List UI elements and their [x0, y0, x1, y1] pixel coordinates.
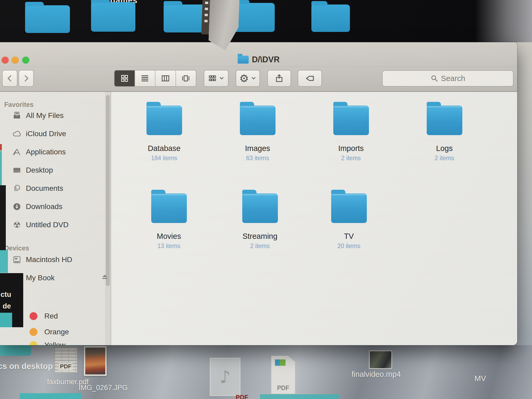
chevron-left-icon — [6, 74, 14, 82]
arrange-button[interactable] — [204, 70, 229, 87]
sidebar-item-applications[interactable]: Applications — [12, 146, 66, 158]
audio-file-icon[interactable]: ♪ — [210, 358, 240, 396]
image-file-thumbnail[interactable] — [84, 346, 107, 376]
folder-icon — [242, 193, 278, 223]
all-my-files-icon — [12, 111, 22, 120]
list-view-button[interactable] — [135, 70, 156, 86]
desktop-bottom: cs on desktop PDF faxburner.pdf IMG_0267… — [0, 345, 532, 399]
action-menu-button[interactable]: ⚙ — [236, 70, 260, 87]
zoom-button[interactable] — [22, 56, 29, 64]
hard-drive-icon — [12, 255, 22, 264]
pdf-file-icon[interactable]: PDF — [54, 347, 77, 373]
desktop-sliver — [0, 185, 6, 250]
file-label-finalvideo: finalvideo.mp4 — [352, 370, 401, 379]
pdf-logo-mark — [275, 359, 286, 366]
back-button[interactable] — [2, 70, 17, 87]
sidebar-item-untitled-dvd[interactable]: ☢ Untitled DVD — [12, 219, 69, 231]
desktop-folder-partial[interactable] — [20, 393, 82, 399]
sidebar-item-desktop[interactable]: Desktop — [12, 164, 53, 176]
forward-button[interactable] — [18, 70, 34, 87]
file-label-img-0267: IMG_0267.JPG — [79, 384, 128, 392]
desktop-folder-icon[interactable] — [311, 4, 350, 32]
icon-view-icon — [120, 74, 129, 83]
desktop-folder-partial[interactable] — [260, 394, 339, 399]
view-mode-segmented-control — [114, 70, 196, 87]
clip-bar — [208, 0, 240, 53]
sidebar-item-tag-red[interactable]: Red — [30, 311, 58, 321]
foreground-clip-object — [197, 0, 240, 55]
eject-button[interactable] — [101, 273, 109, 280]
desktop-sliver — [0, 250, 8, 273]
folder-proxy-icon[interactable] — [238, 56, 249, 64]
desktop-sliver: ctu de — [0, 273, 23, 327]
desktop-wallpaper-strip — [515, 42, 532, 345]
folder-icon — [427, 106, 462, 135]
red-tag-dot — [30, 312, 37, 320]
folder-item-movies[interactable]: Movies 13 items — [132, 189, 206, 250]
sidebar-item-downloads[interactable]: Downloads — [12, 201, 63, 212]
folder-item-database[interactable]: Database 184 items — [127, 101, 201, 162]
burn-disc-icon: ☢ — [12, 220, 22, 230]
share-button[interactable] — [267, 70, 291, 87]
icloud-icon — [12, 129, 22, 139]
cut-off-desktop-label: ctu — [1, 291, 11, 299]
desktop-folder-partial[interactable] — [0, 345, 31, 356]
sidebar-section-favorites: Favorites — [4, 101, 34, 108]
cut-off-desktop-label: cs on desktop — [0, 362, 53, 371]
tag-button[interactable] — [298, 70, 322, 87]
desktop-sliver — [0, 313, 12, 327]
arrange-grid-icon — [208, 74, 217, 83]
coverflow-view-button[interactable] — [176, 70, 196, 86]
tag-icon — [305, 73, 315, 83]
search-placeholder: Search — [441, 74, 465, 83]
folder-item-tv[interactable]: TV 20 items — [312, 189, 386, 250]
column-view-icon — [161, 74, 170, 83]
folder-item-logs[interactable]: Logs 2 items — [407, 101, 481, 162]
music-note-icon: ♪ — [220, 367, 231, 387]
sidebar-scrollbar-thumb[interactable] — [106, 95, 110, 286]
desktop-sliver — [0, 151, 2, 185]
video-file-thumbnail[interactable] — [369, 350, 392, 369]
orange-tag-dot — [30, 328, 37, 336]
cut-off-pdf-label: PDF — [236, 394, 248, 399]
documents-icon — [12, 184, 22, 193]
window-title: D/\DVR — [238, 55, 279, 64]
icon-view-button[interactable] — [115, 70, 135, 86]
column-view-button[interactable] — [155, 70, 176, 86]
gear-icon: ⚙ — [239, 73, 249, 84]
sidebar-item-macintosh-hd[interactable]: Macintosh HD — [12, 254, 72, 265]
sidebar-item-documents[interactable]: Documents — [12, 183, 63, 194]
folder-item-streaming[interactable]: Streaming 2 items — [223, 189, 297, 250]
folder-icon — [151, 193, 187, 223]
minimize-button[interactable] — [12, 56, 19, 64]
folder-icon — [333, 106, 369, 135]
close-button[interactable] — [2, 56, 9, 64]
sidebar-divider — [111, 92, 111, 345]
desktop-folder-icon[interactable] — [91, 2, 135, 32]
sidebar-item-icloud-drive[interactable]: iCloud Drive — [12, 128, 66, 140]
sidebar-item-all-my-files[interactable]: All My Files — [12, 110, 64, 121]
folder-item-imports[interactable]: Imports 2 items — [314, 101, 388, 162]
desktop-sliver — [0, 144, 2, 150]
pdf-badge: PDF — [277, 384, 289, 392]
applications-icon — [12, 147, 22, 157]
desktop-icon — [12, 165, 22, 175]
folder-icon — [240, 106, 276, 135]
cut-off-desktop-label: de — [3, 302, 11, 310]
downloads-icon — [12, 202, 22, 211]
search-input[interactable]: Search — [382, 70, 514, 87]
folder-icon — [146, 106, 182, 135]
folder-icon — [331, 193, 367, 223]
window-title-text: D/\DVR — [252, 55, 279, 64]
list-view-icon — [140, 74, 149, 83]
sidebar-item-tag-yellow[interactable]: Yellow — [30, 340, 65, 345]
share-icon — [274, 74, 284, 83]
desktop-folder-partial — [29, 345, 92, 346]
pdf-badge: PDF — [59, 363, 73, 370]
desktop-folder-icon[interactable] — [25, 5, 70, 33]
pdf-document-icon[interactable]: PDF — [271, 356, 295, 394]
magnifier-icon — [430, 74, 438, 82]
sidebar-item-tag-orange[interactable]: Orange — [30, 327, 69, 337]
finder-window: D/\DVR — [0, 42, 517, 345]
folder-item-images[interactable]: Images 63 items — [221, 101, 294, 162]
